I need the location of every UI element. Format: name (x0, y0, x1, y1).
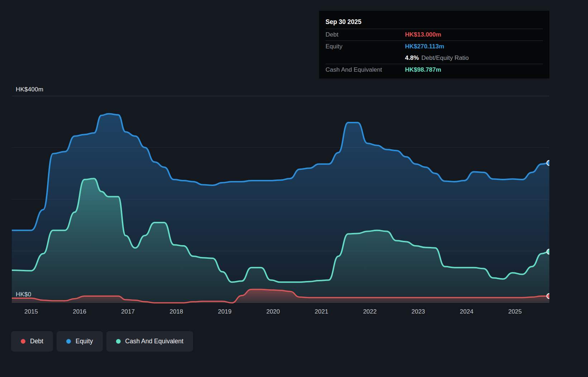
tooltip-cash-value: HK$98.787m (405, 64, 441, 76)
tooltip-row-cash: Cash And Equivalent HK$98.787m (326, 64, 543, 76)
x-tick: 2017 (121, 308, 135, 315)
tooltip-row-ratio: 4.8% Debt/Equity Ratio (326, 52, 543, 64)
legend-item-equity[interactable]: Equity (57, 331, 103, 352)
plot-area[interactable] (12, 96, 549, 304)
tooltip-equity-value: HK$270.113m (405, 41, 444, 52)
x-tick: 2023 (411, 308, 425, 315)
x-tick: 2018 (169, 308, 183, 315)
tooltip-row-debt: Debt HK$13.000m (326, 29, 543, 40)
legend-item-cash[interactable]: Cash And Equivalent (106, 331, 193, 352)
x-tick: 2016 (73, 308, 86, 315)
tooltip-ratio-value: 4.8% (405, 52, 419, 64)
legend-label-cash: Cash And Equivalent (125, 338, 183, 345)
y-axis-max-label: HK$400m (16, 86, 43, 93)
cash-marker (547, 249, 549, 254)
x-tick: 2024 (460, 308, 473, 315)
legend: Debt Equity Cash And Equivalent (11, 331, 193, 352)
equity-marker (547, 161, 549, 166)
tooltip-debt-label: Debt (326, 29, 405, 40)
x-tick: 2015 (24, 308, 38, 315)
tooltip-ratio-label: Debt/Equity Ratio (421, 52, 469, 64)
tooltip: Sep 30 2025 Debt HK$13.000m Equity HK$27… (319, 11, 549, 78)
x-axis: 2015201620172018201920202021202220232024… (12, 308, 549, 318)
tooltip-debt-value: HK$13.000m (405, 29, 441, 40)
equity-dot-icon (66, 339, 71, 344)
legend-item-debt[interactable]: Debt (11, 331, 53, 352)
tooltip-equity-label: Equity (326, 41, 405, 52)
x-tick: 2021 (315, 308, 328, 315)
x-tick: 2019 (218, 308, 232, 315)
cash-dot-icon (116, 339, 121, 344)
debt-marker (547, 294, 549, 299)
legend-label-equity: Equity (76, 338, 93, 345)
x-tick: 2025 (508, 308, 522, 315)
tooltip-cash-label: Cash And Equivalent (326, 64, 405, 76)
debt-dot-icon (21, 339, 25, 344)
legend-label-debt: Debt (30, 338, 43, 345)
tooltip-date: Sep 30 2025 (326, 15, 543, 29)
tooltip-row-equity: Equity HK$270.113m (326, 40, 543, 52)
chart-canvas (12, 96, 549, 304)
x-tick: 2022 (363, 308, 377, 315)
x-tick: 2020 (266, 308, 280, 315)
